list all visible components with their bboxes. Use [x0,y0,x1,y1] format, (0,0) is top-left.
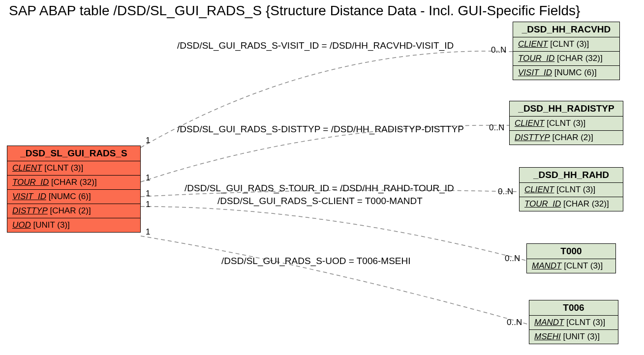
entity-field: CLIENT [CLNT (3)] [513,37,619,52]
entity-header: T006 [529,300,618,316]
entity-field: UOD [UNIT (3)] [7,218,140,232]
entity-primary: _DSD_SL_GUI_RADS_S CLIENT [CLNT (3)] TOU… [7,146,141,233]
relation-label: /DSD/SL_GUI_RADS_S-TOUR_ID = /DSD/HH_RAH… [184,183,454,194]
entity-header: T000 [527,244,615,259]
entity-field: CLIENT [CLNT (3)] [510,117,623,131]
cardinality-left: 1 [146,189,150,199]
entity-field: MSEHI [UNIT (3)] [529,330,618,344]
entity-field: DISTTYP [CHAR (2)] [510,131,623,145]
entity-field: TOUR_ID [CHAR (32)] [513,52,619,66]
relation-label: /DSD/SL_GUI_RADS_S-VISIT_ID = /DSD/HH_RA… [177,40,454,51]
cardinality-left: 1 [146,136,150,146]
entity-field: MANDT [CLNT (3)] [529,316,618,330]
relation-label: /DSD/SL_GUI_RADS_S-CLIENT = T000-MANDT [217,196,423,207]
entity-header: _DSD_HH_RACVHD [513,22,619,37]
entity-field: VISIT_ID [NUMC (6)] [7,190,140,204]
entity-field: CLIENT [CLNT (3)] [520,183,623,197]
entity-t000: T000 MANDT [CLNT (3)] [526,243,616,273]
entity-field: DISTTYP [CHAR (2)] [7,204,140,218]
cardinality-right: 0..N [498,187,513,197]
entity-radistyp: _DSD_HH_RADISTYP CLIENT [CLNT (3)] DISTT… [509,101,623,145]
relation-label: /DSD/SL_GUI_RADS_S-UOD = T006-MSEHI [221,256,411,266]
entity-t006: T006 MANDT [CLNT (3)] MSEHI [UNIT (3)] [529,300,618,344]
entity-header: _DSD_HH_RAHD [520,168,623,183]
entity-field: CLIENT [CLNT (3)] [7,161,140,176]
entity-field: MANDT [CLNT (3)] [527,259,615,273]
cardinality-right: 0..N [507,318,522,327]
entity-field: TOUR_ID [CHAR (32)] [520,197,623,211]
diagram-title: SAP ABAP table /DSD/SL_GUI_RADS_S {Struc… [9,3,580,19]
cardinality-right: 0..N [505,254,520,264]
entity-field: TOUR_ID [CHAR (32)] [7,176,140,190]
cardinality-left: 1 [146,200,150,209]
entity-header: _DSD_HH_RADISTYP [510,101,623,117]
entity-field: VISIT_ID [NUMC (6)] [513,66,619,80]
cardinality-right: 0..N [489,123,504,133]
entity-racvhd: _DSD_HH_RACVHD CLIENT [CLNT (3)] TOUR_ID… [513,22,620,80]
cardinality-right: 0..N [491,45,506,55]
relation-label: /DSD/SL_GUI_RADS_S-DISTTYP = /DSD/HH_RAD… [177,124,464,135]
cardinality-left: 1 [146,173,150,183]
cardinality-left: 1 [146,227,150,237]
entity-rahd: _DSD_HH_RAHD CLIENT [CLNT (3)] TOUR_ID [… [519,167,623,211]
entity-header: _DSD_SL_GUI_RADS_S [7,146,140,161]
